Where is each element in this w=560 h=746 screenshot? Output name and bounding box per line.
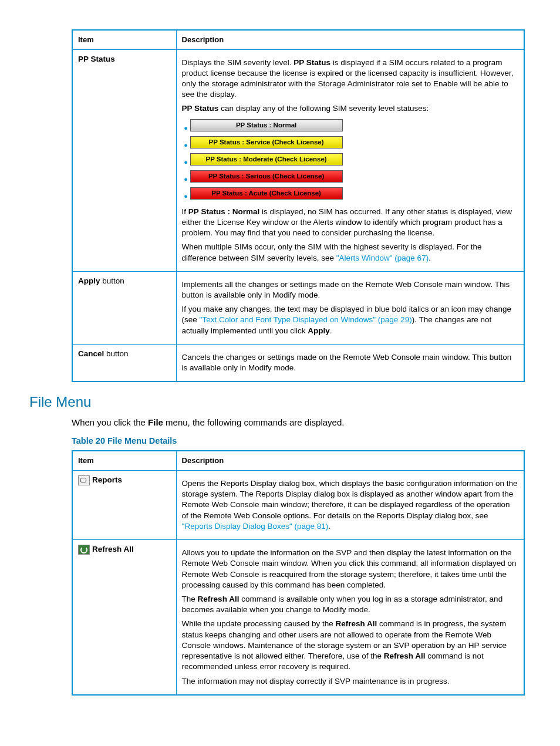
para: Opens the Reports Display dialog box, wh… — [182, 478, 518, 532]
para: Displays the SIM severity level. PP Stat… — [182, 58, 518, 100]
link-alerts-window[interactable]: "Alerts Window" (page 67) — [336, 254, 429, 262]
row-label: Reports — [92, 475, 122, 484]
bullet-icon: ● — [182, 175, 190, 184]
intro-text: When you click the File menu, the follow… — [72, 417, 525, 428]
table-title: Table 20 File Menu Details — [72, 436, 525, 447]
para: The Refresh All command is available onl… — [182, 594, 518, 615]
para: Implements all the changes or settings m… — [182, 279, 518, 301]
table-row: Cancel button Cancels the changes or set… — [72, 344, 524, 382]
para: If PP Status : Normal is displayed, no S… — [182, 207, 518, 239]
para: If you make any changes, the text may be… — [182, 304, 518, 336]
status-badge: PP Status : Acute (Check License) — [190, 187, 343, 200]
para: When multiple SIMs occur, only the SIM w… — [182, 242, 518, 263]
th-desc: Description — [176, 30, 524, 49]
table-row: Apply button Implements all the changes … — [72, 271, 524, 344]
th-item: Item — [72, 30, 176, 49]
bullet-icon: ● — [182, 124, 190, 133]
bullet-icon: ● — [182, 141, 190, 150]
para: PP Status can display any of the followi… — [182, 103, 518, 114]
bullet-icon: ● — [182, 192, 190, 201]
status-badge: PP Status : Moderate (Check License) — [190, 153, 343, 166]
status-badge: PP Status : Normal — [190, 119, 343, 131]
row-label: PP Status — [78, 55, 115, 63]
reports-icon — [78, 475, 90, 485]
table-item-description-1: Item Description PP Status Displays the … — [72, 29, 525, 382]
status-badge: PP Status : Serious (Check License) — [190, 170, 343, 183]
status-badge: PP Status : Service (Check License) — [190, 136, 343, 148]
link-text-color[interactable]: "Text Color and Font Type Displayed on W… — [200, 315, 412, 324]
para: The information may not display correctl… — [182, 676, 518, 687]
para: Cancels the changes or settings made on … — [182, 352, 518, 373]
th-item: Item — [72, 451, 176, 470]
table-row: Refresh All Allows you to update the inf… — [72, 540, 524, 695]
th-desc: Description — [176, 451, 524, 470]
para: While the update processing caused by th… — [182, 619, 518, 672]
link-reports-display[interactable]: "Reports Display Dialog Boxes" (page 81) — [182, 522, 329, 531]
bullet-icon: ● — [182, 158, 190, 167]
refresh-icon — [78, 545, 90, 555]
section-heading: File Menu — [29, 393, 525, 411]
para: Allows you to update the information on … — [182, 548, 518, 590]
row-label: Refresh All — [92, 545, 134, 553]
table-row: Reports Opens the Reports Display dialog… — [72, 471, 524, 540]
table-row: PP Status Displays the SIM severity leve… — [72, 49, 524, 271]
table-file-menu-details: Item Description Reports Opens the Repor… — [72, 450, 525, 695]
